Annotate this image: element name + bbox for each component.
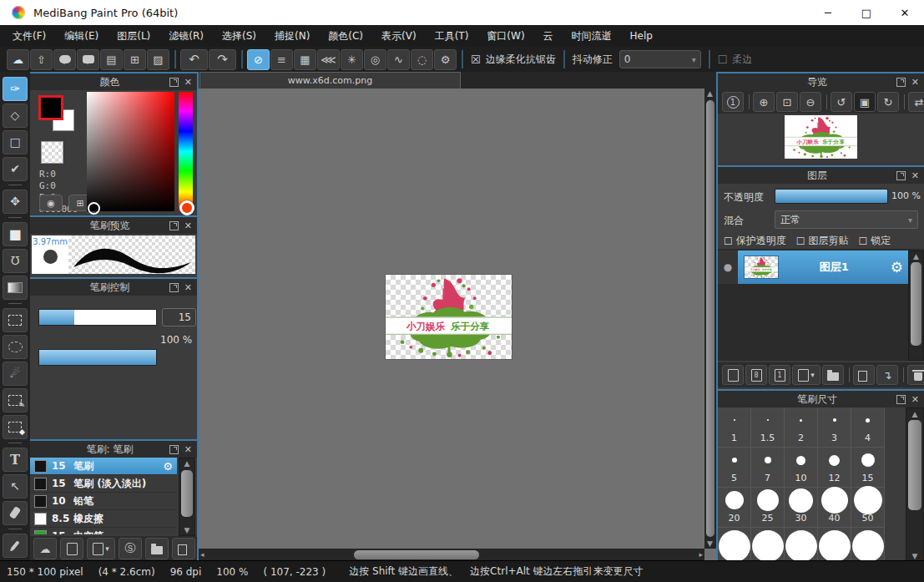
menu-view[interactable]: 表示(V): [372, 25, 426, 47]
layer-folder-button[interactable]: [822, 365, 844, 385]
snap-ellipse-button[interactable]: ◌: [411, 49, 433, 70]
brush-size-cell[interactable]: 10: [785, 448, 818, 488]
snap-concentric-button[interactable]: ◎: [364, 49, 386, 70]
brush-size-cell[interactable]: 30: [785, 488, 818, 528]
clipping-checkbox[interactable]: ☐图层剪贴: [796, 234, 849, 248]
hue-indicator[interactable]: [179, 200, 194, 215]
control-point-tool[interactable]: ✔: [3, 157, 28, 181]
brush-size-cell[interactable]: 1.5: [751, 407, 785, 448]
gradient-tool[interactable]: [3, 276, 28, 300]
menu-layer[interactable]: 图层(L): [108, 25, 159, 47]
redo-button[interactable]: ↷: [209, 49, 236, 70]
brush-size-cell[interactable]: 5: [718, 448, 751, 488]
menu-file[interactable]: 文件(F): [3, 25, 55, 47]
chat-button[interactable]: [53, 49, 76, 70]
new-8bit-layer-button[interactable]: 8: [745, 365, 767, 385]
scroll-up-icon[interactable]: ▲: [707, 89, 713, 98]
menu-edit[interactable]: 编辑(E): [55, 25, 108, 47]
close-icon[interactable]: ✕: [911, 77, 919, 88]
brush-opacity-slider[interactable]: [38, 349, 157, 366]
popout-icon[interactable]: [169, 283, 179, 292]
menu-tools[interactable]: 工具(T): [426, 25, 478, 47]
text-tool[interactable]: T: [3, 448, 28, 472]
brush-size-cell[interactable]: 15: [851, 448, 885, 488]
merge-layer-button[interactable]: ↴: [876, 365, 898, 385]
brush-size-cell[interactable]: 7: [751, 448, 785, 488]
palette-button[interactable]: ◉: [39, 195, 63, 211]
canvas-horizontal-scrollbar[interactable]: ◂ ▸: [199, 549, 704, 561]
brush-list-item[interactable]: 8.5 橡皮擦: [30, 510, 177, 528]
popout-icon[interactable]: [896, 171, 906, 180]
zoom-out-button[interactable]: ⊖: [800, 92, 821, 112]
scroll-up-icon[interactable]: ▲: [906, 409, 923, 419]
close-icon[interactable]: ✕: [911, 170, 919, 181]
snap-settings-button[interactable]: ⚙: [434, 49, 457, 70]
zoom-100-button[interactable]: 1: [722, 92, 744, 112]
brush-new-button[interactable]: [60, 538, 83, 559]
close-icon[interactable]: ✕: [911, 394, 919, 405]
brush-size-cell[interactable]: 2: [785, 407, 818, 448]
brush-size-cell[interactable]: [751, 528, 785, 561]
scrollbar-thumb[interactable]: [706, 100, 714, 537]
maximize-button[interactable]: □: [847, 0, 886, 25]
layer-list-scrollbar[interactable]: ▲: [908, 251, 924, 361]
brush-size-cell[interactable]: 25: [751, 488, 785, 528]
eyedropper-tool[interactable]: [3, 534, 28, 558]
brush-size-value[interactable]: 15: [162, 308, 196, 326]
close-button[interactable]: ✕: [886, 0, 924, 25]
snap-grid-button[interactable]: ▦: [294, 49, 316, 70]
brush-cloud-button[interactable]: ☁: [33, 538, 57, 559]
transparent-color-swatch[interactable]: [41, 141, 63, 164]
magic-wand-tool[interactable]: ☄: [3, 362, 28, 386]
flip-horizontal-button[interactable]: ⇄: [908, 92, 924, 112]
brush-tool[interactable]: ✑: [3, 77, 28, 101]
undo-button[interactable]: ↶: [180, 49, 208, 70]
brush-add-button[interactable]: ▾: [87, 538, 115, 559]
antialias-checkbox[interactable]: ☒: [471, 53, 481, 66]
scrollbar-thumb[interactable]: [908, 420, 921, 510]
scroll-left-icon[interactable]: ◂: [200, 550, 204, 559]
menu-select[interactable]: 选择(S): [213, 25, 265, 47]
brush-list-item[interactable]: 15 中空笔: [30, 528, 177, 534]
brush-size-cell[interactable]: 4: [851, 407, 885, 448]
canvas-vertical-scrollbar[interactable]: ▲ ▼: [704, 89, 716, 549]
layer-settings-gear-icon[interactable]: ⚙: [891, 259, 903, 276]
popout-icon[interactable]: [169, 78, 179, 87]
brush-size-cell[interactable]: 3: [818, 407, 851, 448]
rotate-right-button[interactable]: ↻: [877, 92, 899, 112]
sv-picker-indicator[interactable]: [88, 202, 100, 215]
close-icon[interactable]: ✕: [184, 444, 192, 455]
protect-alpha-checkbox[interactable]: ☐保护透明度: [724, 234, 786, 248]
brush-size-cell[interactable]: 40: [818, 488, 851, 528]
snap-parallel-button[interactable]: ≡: [270, 49, 293, 70]
menu-filter[interactable]: 滤镜(R): [159, 25, 213, 47]
rotate-left-button[interactable]: ↺: [831, 92, 852, 112]
layer-opacity-slider[interactable]: [775, 189, 888, 204]
brush-size-cell[interactable]: [851, 528, 885, 561]
menu-timelapse[interactable]: 时间流逝: [563, 25, 621, 47]
popout-icon[interactable]: [169, 445, 179, 454]
brush-size-cell[interactable]: [718, 528, 751, 561]
popout-icon[interactable]: [896, 78, 906, 87]
fit-window-button[interactable]: ⊡: [776, 92, 798, 112]
layer-row-selected[interactable]: ● 图层1 ⚙: [718, 251, 910, 284]
scrollbar-thumb[interactable]: [911, 262, 921, 346]
brush-size-cell[interactable]: [818, 528, 851, 561]
menu-cloud[interactable]: 云: [534, 25, 563, 47]
minimize-button[interactable]: ─: [809, 0, 847, 25]
blend-mode-dropdown[interactable]: 正常 ▾: [775, 210, 918, 229]
new-1bit-layer-button[interactable]: 1: [769, 365, 790, 385]
menu-snap[interactable]: 捕捉(N): [265, 25, 319, 47]
document-button[interactable]: ▤: [100, 49, 123, 70]
navigator-view[interactable]: [718, 114, 924, 165]
brush-list-item[interactable]: 10 铅笔: [30, 493, 177, 510]
window-settings-button[interactable]: ⊞: [124, 49, 146, 70]
scroll-down-icon[interactable]: ▼: [707, 539, 713, 548]
select-eraser-tool[interactable]: ◆: [3, 415, 28, 439]
scroll-down-icon[interactable]: ▼: [179, 525, 194, 535]
snap-radial-button[interactable]: ✳: [341, 49, 363, 70]
snap-off-button[interactable]: ⊘: [247, 49, 270, 70]
snap-curve-button[interactable]: ∿: [387, 49, 410, 70]
scrollbar-thumb[interactable]: [354, 550, 479, 559]
menu-color[interactable]: 颜色(C): [319, 25, 372, 47]
